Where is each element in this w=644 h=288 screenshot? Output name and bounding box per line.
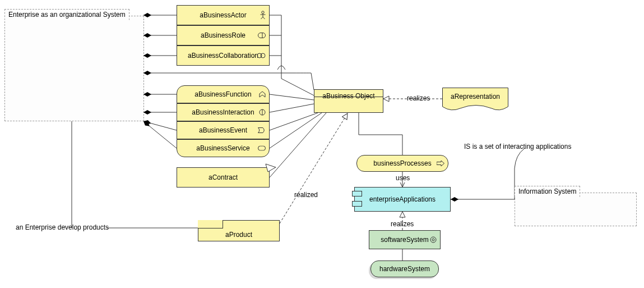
interaction-icon <box>259 109 266 116</box>
svg-line-21 <box>270 94 314 100</box>
svg-rect-11 <box>258 146 266 150</box>
business-collaboration: aBusinessCollaboration <box>177 45 270 66</box>
business-interaction-label: aBusinessInteraction <box>192 108 254 116</box>
service-icon <box>258 146 266 151</box>
business-service: aBusinessService <box>177 139 270 157</box>
svg-line-25 <box>270 113 326 177</box>
collaboration-icon <box>257 53 266 58</box>
business-processes: businessProcesses <box>356 155 448 172</box>
product-tab <box>198 220 223 228</box>
business-object-label: aBusiness Object <box>322 92 374 100</box>
realizes-label-1: realizes <box>407 94 430 102</box>
event-icon <box>258 127 266 133</box>
hardware-system-label: hardwareSystem <box>379 265 430 273</box>
svg-line-19 <box>143 121 177 130</box>
software-system: softwareSystem <box>369 230 441 249</box>
business-object: aBusiness Object <box>314 89 383 113</box>
svg-rect-5 <box>258 33 266 38</box>
representation-label: aRepresentation <box>442 93 508 100</box>
realizes-label-2: realizes <box>391 220 414 228</box>
business-object-divider <box>314 97 383 97</box>
svg-point-13 <box>432 239 434 241</box>
business-function-label: aBusinessFunction <box>194 90 251 98</box>
function-icon <box>259 91 266 98</box>
svg-line-20 <box>143 121 177 148</box>
svg-point-8 <box>261 53 265 58</box>
business-interaction: aBusinessInteraction <box>177 103 270 121</box>
contract: aContract <box>177 167 270 188</box>
realized-label: realized <box>294 191 318 199</box>
svg-line-26 <box>280 113 348 223</box>
svg-line-24 <box>270 113 322 148</box>
business-actor-label: aBusinessActor <box>200 11 246 19</box>
svg-line-22 <box>270 104 314 112</box>
business-function: aBusinessFunction <box>177 85 270 103</box>
role-icon <box>258 33 266 38</box>
hardware-system: hardwareSystem <box>370 260 439 277</box>
enterprise-applications: enterpriseApplications <box>354 187 451 212</box>
component-lug-2 <box>352 201 362 207</box>
business-role: aBusinessRole <box>177 25 270 45</box>
business-event: aBusinessEvent <box>177 121 270 139</box>
enterprise-products-note: an Enterprise develop products <box>16 223 109 231</box>
business-actor: aBusinessActor <box>177 5 270 25</box>
enterprise-applications-label: enterpriseApplications <box>369 195 435 203</box>
is-note: IS is a set of interacting applications <box>464 143 571 150</box>
svg-line-23 <box>270 113 318 130</box>
business-service-label: aBusinessService <box>196 144 249 152</box>
business-role-label: aBusinessRole <box>201 31 245 39</box>
information-system-label: Information System <box>515 186 580 197</box>
svg-line-3 <box>261 17 263 19</box>
actor-icon <box>260 11 266 20</box>
business-processes-label: businessProcesses <box>373 159 431 167</box>
product-label: aProduct <box>225 231 252 239</box>
business-event-label: aBusinessEvent <box>199 126 247 134</box>
svg-line-4 <box>263 17 265 19</box>
enterprise-label: Enterprise as an organizational System <box>4 9 129 20</box>
enterprise-box <box>4 16 144 121</box>
system-software-icon <box>430 236 437 243</box>
svg-point-12 <box>430 237 436 243</box>
process-icon <box>437 161 444 166</box>
software-system-label: softwareSystem <box>381 236 428 244</box>
business-collaboration-label: aBusinessCollaboration <box>188 52 258 60</box>
information-system-box <box>515 193 637 226</box>
representation: aRepresentation <box>442 88 508 112</box>
component-lug-1 <box>352 191 362 196</box>
svg-point-0 <box>262 11 264 13</box>
contract-label: aContract <box>209 173 238 181</box>
uses-label: uses <box>396 174 410 182</box>
